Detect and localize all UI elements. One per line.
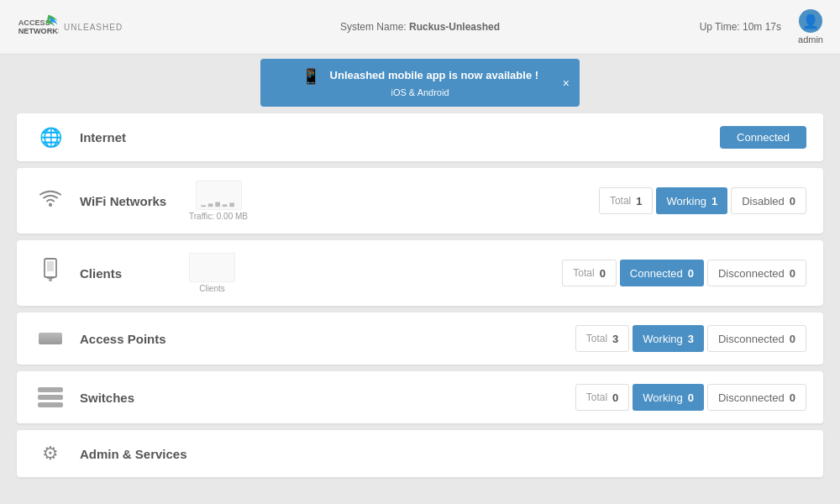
notification-close-button[interactable]: ×	[563, 76, 570, 90]
clients-icon	[34, 258, 67, 288]
switches-icon	[34, 387, 67, 407]
ap-disconnected-stat: Disconnected 0	[707, 325, 806, 352]
main-content: 🌐 Internet Connected WiFi Networks	[0, 101, 840, 490]
access-points-title: Access Points	[80, 332, 189, 346]
logo: ACCESS NETWORKS UNLEASHED	[17, 10, 123, 44]
admin-area[interactable]: 👤 admin	[798, 9, 823, 45]
system-name: Ruckus-Unleashed	[409, 21, 500, 33]
admin-services-card: ⚙ Admin & Services	[17, 430, 823, 477]
clients-chart	[189, 253, 235, 282]
system-label: System Name:	[340, 21, 407, 33]
svg-text:ACCESS: ACCESS	[18, 18, 50, 27]
access-point-icon	[34, 328, 67, 349]
switches-working-stat: Working 0	[633, 384, 704, 411]
svg-rect-3	[201, 205, 206, 207]
switches-title: Switches	[80, 391, 189, 405]
switches-total-stat: Total 0	[575, 384, 630, 411]
uptime: Up Time: 10m 17s	[700, 21, 781, 33]
ap-total-stat: Total 3	[575, 325, 630, 352]
wifi-total-stat: Total 1	[599, 187, 654, 214]
switches-stats: Total 0 Working 0 Disconnected 0	[575, 384, 806, 411]
uptime-label: Up Time:	[700, 21, 740, 33]
logo-unleashed-label: UNLEASHED	[64, 23, 123, 32]
admin-label: admin	[798, 34, 823, 45]
clients-chart-label: Clients	[199, 284, 225, 293]
access-points-card: Access Points Total 3 Working 3 Disconne…	[17, 312, 823, 365]
svg-rect-4	[207, 203, 213, 207]
wifi-traffic-label: Traffic: 0.00 MB	[189, 212, 248, 221]
svg-rect-9	[47, 261, 54, 271]
internet-title: Internet	[80, 130, 189, 144]
wifi-stats: Total 1 Working 1 Disabled 0	[599, 187, 806, 214]
system-info: System Name: Ruckus-Unleashed	[340, 21, 500, 33]
switches-disconnected-stat: Disconnected 0	[707, 384, 806, 411]
uptime-value: 10m 17s	[743, 21, 781, 33]
svg-point-2	[49, 203, 52, 207]
notification-banner: 📱 Unleashed mobile app is now available …	[260, 59, 580, 107]
wifi-working-stat: Working 1	[656, 187, 727, 214]
clients-total-stat: Total 0	[562, 260, 617, 286]
notification-title: Unleashed mobile app is now available !	[330, 69, 539, 81]
notification-subtitle: iOS & Android	[391, 87, 449, 97]
switches-card: Switches Total 0 Working 0 Disconnected …	[17, 371, 823, 423]
svg-text:NETWORKS: NETWORKS	[18, 27, 59, 35]
internet-connected-button[interactable]: Connected	[720, 126, 806, 149]
svg-rect-7	[229, 202, 234, 207]
header-right: Up Time: 10m 17s 👤 admin	[700, 9, 823, 45]
clients-title: Clients	[80, 266, 189, 281]
admin-avatar: 👤	[799, 9, 822, 33]
admin-services-icon: ⚙	[34, 443, 67, 465]
clients-connected-stat: Connected 0	[620, 260, 704, 286]
header: ACCESS NETWORKS UNLEASHED System Name: R…	[0, 0, 840, 55]
ap-stats: Total 3 Working 3 Disconnected 0	[575, 325, 806, 352]
admin-services-title: Admin & Services	[80, 447, 189, 461]
wifi-icon	[34, 189, 67, 213]
notification-phone-icon: 📱	[302, 68, 320, 85]
internet-card: 🌐 Internet Connected	[17, 113, 823, 161]
internet-icon: 🌐	[34, 127, 67, 149]
svg-rect-6	[222, 204, 227, 207]
wifi-title: WiFi Networks	[80, 194, 189, 208]
wifi-card: WiFi Networks Traffic: 0.00 MB Total 1 W…	[17, 168, 823, 234]
svg-rect-5	[215, 202, 220, 207]
clients-disconnected-stat: Disconnected 0	[707, 260, 806, 286]
wifi-disabled-stat: Disabled 0	[731, 187, 806, 214]
clients-card: Clients Clients Total 0 Connected 0 Disc…	[17, 240, 823, 306]
wifi-traffic-chart	[196, 181, 242, 210]
logo-svg: ACCESS NETWORKS	[17, 10, 59, 44]
ap-working-stat: Working 3	[633, 325, 704, 352]
clients-stats: Total 0 Connected 0 Disconnected 0	[562, 260, 806, 286]
